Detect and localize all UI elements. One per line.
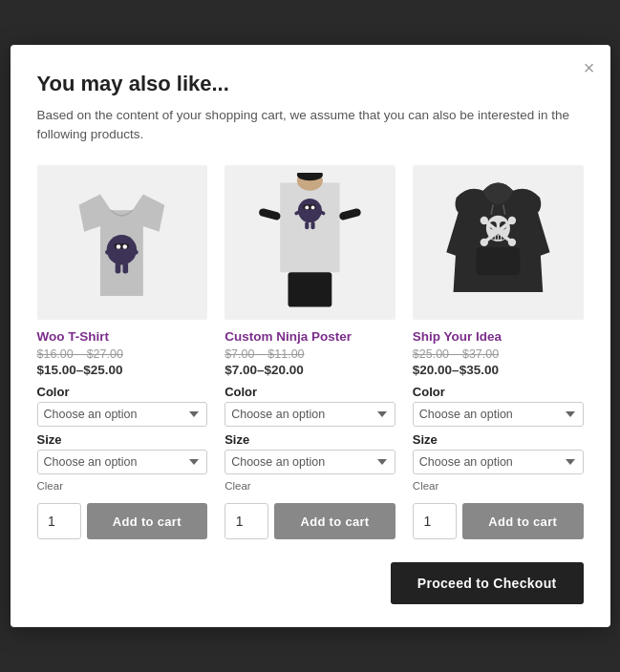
size-label-3: Size (413, 432, 584, 447)
add-to-cart-button-1[interactable]: Add to cart (87, 503, 208, 539)
modal-description: Based on the content of your shopping ca… (37, 106, 584, 145)
checkout-row: Proceed to Checkout (37, 556, 584, 604)
svg-rect-10 (280, 183, 339, 273)
color-label-2: Color (224, 385, 396, 399)
price-current-1: $15.00–$25.00 (37, 363, 208, 377)
clear-link-2[interactable]: Clear (224, 480, 396, 492)
product-name-3[interactable]: Ship Your Idea (413, 329, 584, 344)
size-label-2: Size (224, 432, 396, 447)
product-image-3 (413, 165, 584, 320)
svg-point-38 (480, 239, 487, 246)
add-to-cart-row-2: Add to cart (224, 503, 396, 539)
add-to-cart-row-1: Add to cart (37, 503, 208, 539)
svg-rect-19 (311, 221, 315, 229)
svg-point-14 (311, 206, 315, 210)
color-label-1: Color (37, 385, 208, 399)
svg-point-3 (117, 244, 120, 248)
product-name-1[interactable]: Woo T-Shirt (37, 329, 208, 344)
svg-rect-9 (123, 263, 129, 274)
qty-input-1[interactable] (37, 503, 81, 539)
product-name-2[interactable]: Custom Ninja Poster (224, 329, 396, 344)
product-card-1: Woo T-Shirt $16.00 – $27.00 $15.00–$25.0… (37, 165, 208, 539)
add-to-cart-button-2[interactable]: Add to cart (274, 503, 396, 539)
svg-rect-15 (303, 216, 316, 221)
svg-point-13 (305, 206, 309, 210)
modal-dialog: × You may also like... Based on the cont… (11, 45, 610, 628)
size-label-1: Size (37, 432, 208, 447)
color-select-3[interactable]: Choose an option (413, 402, 584, 427)
price-original-1: $16.00 – $27.00 (37, 347, 208, 361)
product-image-1 (37, 165, 208, 320)
product-card-2: Custom Ninja Poster $7.00 – $11.00 $7.00… (224, 165, 396, 539)
price-current-2: $7.00–$20.00 (224, 363, 396, 377)
clear-link-1[interactable]: Clear (37, 480, 208, 492)
product-image-2 (224, 165, 396, 320)
svg-rect-5 (115, 255, 130, 263)
svg-rect-21 (338, 208, 361, 221)
size-select-1[interactable]: Choose an option (37, 450, 208, 474)
products-grid: Woo T-Shirt $16.00 – $27.00 $15.00–$25.0… (37, 165, 584, 539)
price-current-3: $20.00–$35.00 (413, 363, 584, 377)
qty-input-2[interactable] (224, 503, 268, 539)
svg-rect-8 (116, 263, 121, 274)
svg-rect-20 (258, 208, 281, 221)
svg-point-36 (480, 217, 487, 224)
close-button[interactable]: × (584, 58, 595, 77)
color-select-1[interactable]: Choose an option (37, 402, 208, 427)
product-card-3: Ship Your Idea $25.00 – $37.00 $20.00–$3… (413, 165, 584, 539)
checkout-button[interactable]: Proceed to Checkout (391, 562, 584, 604)
add-to-cart-button-3[interactable]: Add to cart (462, 503, 584, 539)
svg-point-39 (508, 239, 516, 246)
price-original-3: $25.00 – $37.00 (413, 347, 584, 361)
svg-rect-25 (476, 247, 520, 275)
svg-point-4 (123, 244, 127, 248)
svg-rect-22 (289, 272, 332, 306)
price-original-2: $7.00 – $11.00 (224, 347, 396, 361)
color-select-2[interactable]: Choose an option (224, 402, 396, 427)
svg-rect-18 (305, 221, 309, 229)
size-select-3[interactable]: Choose an option (413, 450, 584, 474)
modal-title: You may also like... (37, 72, 584, 96)
svg-point-37 (508, 217, 516, 224)
clear-link-3[interactable]: Clear (413, 480, 584, 492)
qty-input-3[interactable] (413, 503, 457, 539)
size-select-2[interactable]: Choose an option (224, 450, 396, 474)
add-to-cart-row-3: Add to cart (413, 503, 584, 539)
color-label-3: Color (413, 385, 584, 399)
